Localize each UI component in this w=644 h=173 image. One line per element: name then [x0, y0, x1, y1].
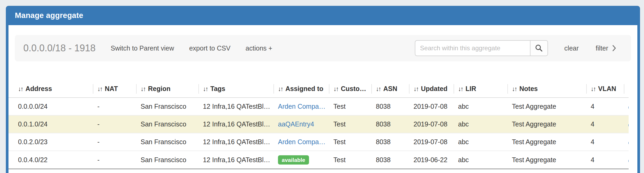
column-header-tags[interactable]: ↓↑Tags	[198, 80, 273, 98]
column-label: Address	[25, 85, 52, 92]
cell-address: 0.0.1.0/24	[8, 115, 93, 133]
sort-icon: ↓↑	[414, 85, 418, 92]
column-label: VLAN	[598, 85, 616, 92]
manage-aggregate-panel: Manage aggregate 0.0.0.0/18 - 1918 Switc…	[6, 6, 640, 173]
cell-nat: -	[93, 151, 136, 169]
table-header-row: ↓↑Address↓↑NAT↓↑Region↓↑Tags↓↑Assigned t…	[8, 80, 629, 98]
column-header-notes[interactable]: ↓↑Notes	[507, 80, 586, 98]
export-to-csv-link[interactable]: export to CSV	[189, 44, 230, 52]
assigned-to-link[interactable]: aaQAEntry4	[278, 120, 314, 128]
cell-assigned: aaQAEntry4	[273, 115, 329, 133]
cell-nat: -	[93, 98, 136, 115]
search-input[interactable]	[415, 41, 530, 56]
sort-icon: ↓↑	[376, 85, 381, 92]
panel-heading: Manage aggregate	[8, 6, 637, 25]
cell-extra	[624, 98, 629, 115]
cell-updated: 2019-07-08	[409, 98, 454, 115]
column-label: Custo…	[341, 85, 366, 92]
cell-updated: 2019-07-08	[409, 115, 454, 133]
cell-assigned: Arden Compa…	[273, 98, 329, 115]
cell-customer: Test	[329, 98, 371, 115]
sort-icon: ↓↑	[97, 85, 102, 92]
filter-button-label: filter	[596, 44, 608, 52]
cell-asn: 8038	[371, 98, 409, 115]
cell-lir: abc	[454, 98, 507, 115]
cell-notes: Test Aggregate	[507, 115, 586, 133]
search-icon	[535, 44, 543, 52]
sort-icon: ↓↑	[278, 85, 283, 92]
table-row[interactable]: 0.0.1.0/24-San Franscisco12 Infra,16 QAT…	[8, 115, 629, 133]
column-header-region[interactable]: ↓↑Region	[136, 80, 198, 98]
cell-region: San Franscisco	[136, 133, 198, 151]
column-header-asn[interactable]: ↓↑ASN	[371, 80, 409, 98]
sort-icon: ↓↑	[458, 85, 463, 92]
table-row[interactable]: 0.0.4.0/22-San Franscisco12 Infra,16 QAT…	[8, 151, 629, 169]
cell-asn: 8038	[371, 151, 409, 169]
cell-region: San Franscisco	[136, 151, 198, 169]
sort-icon: ↓↑	[18, 85, 23, 92]
aggregate-label: 0.0.0.0/18 - 1918	[23, 43, 95, 54]
cell-assigned: Arden Compa…	[273, 133, 329, 151]
cell-address: 0.0.2.0/23	[8, 133, 93, 151]
cell-extra	[624, 115, 629, 133]
column-label: Updated	[421, 85, 447, 92]
search-button[interactable]	[530, 41, 547, 56]
column-label: LIR	[465, 85, 476, 92]
column-header-customer[interactable]: ↓↑Custo…	[329, 80, 371, 98]
available-badge: available	[278, 155, 309, 165]
cell-nat: -	[93, 115, 136, 133]
search-group	[415, 40, 548, 56]
assigned-to-link[interactable]: Arden Compa…	[278, 103, 325, 110]
aggregate-table: ↓↑Address↓↑NAT↓↑Region↓↑Tags↓↑Assigned t…	[8, 80, 629, 169]
cell-lir: abc	[454, 151, 507, 169]
cell-vlan: 4	[586, 115, 624, 133]
cell-asn: 8038	[371, 133, 409, 151]
clear-button[interactable]: clear	[564, 44, 579, 52]
cell-assigned: available	[273, 151, 329, 169]
column-header-extra	[624, 80, 629, 98]
cell-customer: Test	[329, 133, 371, 151]
column-label: Notes	[519, 85, 538, 92]
cell-vlan: 4	[586, 133, 624, 151]
table-scroll-container: ↓↑Address↓↑NAT↓↑Region↓↑Tags↓↑Assigned t…	[8, 80, 629, 169]
page-title: Manage aggregate	[15, 11, 83, 20]
cell-vlan: 4	[586, 151, 624, 169]
column-header-nat[interactable]: ↓↑NAT	[93, 80, 136, 98]
cell-nat: -	[93, 133, 136, 151]
horizontal-scrollbar[interactable]	[8, 169, 629, 169]
table-row[interactable]: 0.0.2.0/23-San Franscisco12 Infra,16 QAT…	[8, 133, 629, 151]
cell-address: 0.0.4.0/22	[8, 151, 93, 169]
cell-customer: Test	[329, 151, 371, 169]
cell-lir: abc	[454, 133, 507, 151]
sort-icon: ↓↑	[141, 85, 145, 92]
cell-tags: 12 Infra,16 QATestBl…	[198, 133, 273, 151]
column-header-address[interactable]: ↓↑Address	[8, 80, 93, 98]
column-label: NAT	[105, 85, 118, 92]
clipped-link-fragment	[628, 142, 629, 144]
clipped-link-fragment	[628, 160, 629, 162]
column-header-updated[interactable]: ↓↑Updated	[409, 80, 454, 98]
table-row[interactable]: 0.0.0.0/24-San Franscisco12 Infra,16 QAT…	[8, 98, 629, 115]
cell-notes: Test Aggregate	[507, 133, 586, 151]
cell-address: 0.0.0.0/24	[8, 98, 93, 115]
actions-menu-button[interactable]: actions +	[246, 44, 272, 52]
column-header-lir[interactable]: ↓↑LIR	[454, 80, 507, 98]
cell-customer: Test	[329, 115, 371, 133]
sort-icon: ↓↑	[512, 85, 517, 92]
sort-icon: ↓↑	[203, 85, 208, 92]
column-label: Region	[148, 85, 171, 92]
column-label: Assigned to	[285, 85, 323, 92]
column-header-vlan[interactable]: ↓↑VLAN	[586, 80, 624, 98]
cell-asn: 8038	[371, 115, 409, 133]
column-header-assigned[interactable]: ↓↑Assigned to	[273, 80, 329, 98]
column-label: ASN	[383, 85, 397, 92]
aggregate-toolbar: 0.0.0.0/18 - 1918 Switch to Parent view …	[15, 35, 631, 61]
cell-region: San Franscisco	[136, 115, 198, 133]
sort-icon: ↓↑	[591, 85, 595, 92]
filter-button[interactable]: filter	[596, 44, 616, 52]
cell-tags: 12 Infra,16 QATestBl…	[198, 98, 273, 115]
switch-to-parent-view-link[interactable]: Switch to Parent view	[111, 44, 174, 52]
cell-tags: 12 Infra,16 QATestBl…	[198, 151, 273, 169]
cell-extra	[624, 151, 629, 169]
assigned-to-link[interactable]: Arden Compa…	[278, 138, 325, 145]
